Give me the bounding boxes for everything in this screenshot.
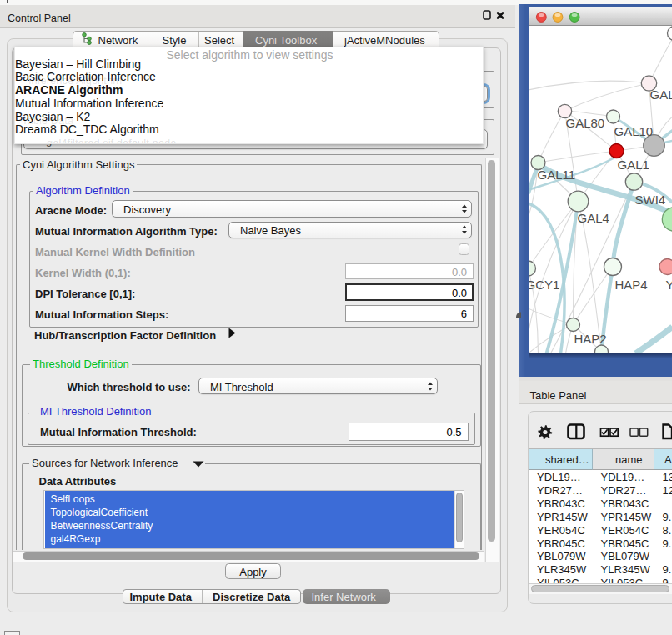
svg-text:HAP2: HAP2 [574, 332, 606, 346]
svg-text:HAP4: HAP4 [614, 278, 647, 292]
svg-text:GAL4: GAL4 [577, 211, 609, 225]
svg-text:GAL1: GAL1 [617, 158, 649, 172]
svg-text:GCY1: GCY1 [529, 278, 559, 292]
svg-text:SWI4: SWI4 [634, 192, 665, 207]
svg-text:GAL7: GAL7 [649, 88, 672, 102]
svg-text:GAL80: GAL80 [565, 116, 604, 130]
svg-text:GAL11: GAL11 [537, 168, 575, 182]
svg-text:GAL10: GAL10 [614, 124, 653, 138]
svg-text:YB: YB [665, 278, 672, 292]
